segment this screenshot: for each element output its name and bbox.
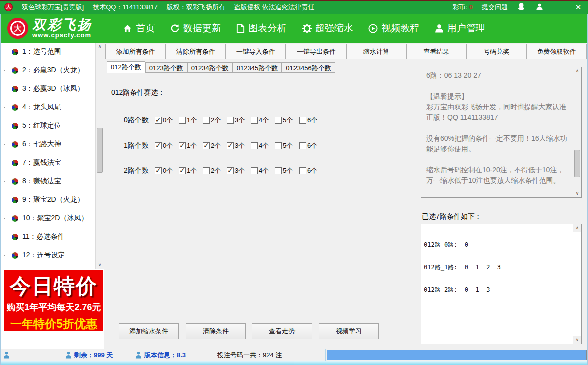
checkbox-box[interactable] — [275, 142, 282, 149]
nav-item-data-update[interactable]: 数据更新 — [170, 22, 221, 35]
sidebar-item-5[interactable]: 5：红球定位 — [4, 119, 95, 133]
checkbox-0road-6[interactable]: 6个 — [299, 116, 323, 125]
checkbox-2road-3[interactable]: 3个 — [227, 166, 251, 175]
shrink-calculate-button[interactable]: 缩水计算 — [347, 44, 407, 59]
sidebar-item-label: 3：必赢3D（冰凤） — [22, 84, 84, 93]
window-bottom-border — [0, 361, 588, 365]
checkbox-2road-5[interactable]: 5个 — [275, 166, 299, 175]
checkbox-1road-5[interactable]: 5个 — [275, 141, 299, 150]
checkbox-2road-4[interactable]: 4个 — [251, 166, 275, 175]
scrollbar-thumb[interactable] — [574, 150, 580, 177]
import-conditions-button[interactable]: 一键导入条件 — [226, 44, 286, 59]
sidebar-item-12[interactable]: 12：连号设定 — [4, 248, 95, 262]
checkbox-1road-4[interactable]: 4个 — [251, 141, 275, 150]
video-learning-button[interactable]: 视频学习 — [319, 323, 379, 339]
checkbox-box[interactable] — [251, 142, 258, 149]
view-result-button[interactable]: 查看结果 — [407, 44, 467, 59]
selected-conditions-box[interactable]: 012路_0路: 0 012路_1路: 0 1 2 3 012路_2路: 0 1… — [421, 224, 582, 344]
scroll-down-icon[interactable]: ∨ — [96, 261, 104, 269]
checkbox-0road-0[interactable]: 0个 — [155, 116, 179, 125]
sidebar-item-3[interactable]: 3：必赢3D（冰凤） — [4, 82, 95, 96]
checkbox-box[interactable] — [155, 117, 162, 124]
checkbox-box[interactable] — [155, 142, 162, 149]
checkbox-1road-0[interactable]: 0个 — [155, 141, 179, 150]
tab-012[interactable]: 012路个数 — [107, 61, 145, 73]
sidebar-item-7[interactable]: 7：赢钱法宝 — [4, 156, 95, 170]
checkbox-box[interactable] — [179, 142, 186, 149]
checkbox-box[interactable] — [275, 167, 282, 174]
sidebar-item-11[interactable]: 11：必选条件 — [4, 230, 95, 244]
sidebar-item-4[interactable]: 4：龙头凤尾 — [4, 100, 95, 114]
sidebar-item-2[interactable]: 2：必赢3D（火龙） — [4, 63, 95, 77]
checkbox-box[interactable] — [251, 167, 258, 174]
checkbox-0road-2[interactable]: 2个 — [203, 116, 227, 125]
checkbox-1road-6[interactable]: 6个 — [299, 141, 323, 150]
checkbox-box[interactable] — [227, 142, 234, 149]
nav-item-user-management[interactable]: 用户管理 — [435, 22, 485, 35]
add-all-conditions-button[interactable]: 添加所有条件 — [106, 44, 166, 59]
checkbox-0road-4[interactable]: 4个 — [251, 116, 275, 125]
pie-icon — [12, 123, 18, 129]
scroll-down-icon[interactable]: ∨ — [573, 336, 581, 344]
tab-0123[interactable]: 0123路个数 — [145, 62, 187, 73]
check-prize-button[interactable]: 号码兑奖 — [467, 44, 527, 59]
tab-0123456[interactable]: 0123456路个数 — [282, 62, 335, 73]
play-circle-icon — [368, 24, 378, 33]
checkbox-box[interactable] — [299, 142, 306, 149]
minimize-button[interactable]: — — [553, 3, 564, 11]
nav-item-home[interactable]: 首页 — [123, 22, 155, 35]
checkbox-2road-0[interactable]: 0个 — [155, 166, 179, 175]
checkbox-2road-6[interactable]: 6个 — [299, 166, 323, 175]
checkbox-2road-2[interactable]: 2个 — [203, 166, 227, 175]
scroll-up-icon[interactable]: ∧ — [573, 67, 581, 75]
promo-banner[interactable]: 今日特价 购买1年平均每天2.76元 一年特价5折优惠 — [4, 270, 103, 331]
checkbox-box[interactable] — [275, 117, 282, 124]
checkbox-box[interactable] — [203, 142, 210, 149]
scroll-up-icon[interactable]: ∧ — [573, 224, 581, 232]
checkbox-2road-1[interactable]: 1个 — [179, 166, 203, 175]
view-trend-button[interactable]: 查看走势 — [252, 323, 312, 339]
checkbox-0road-5[interactable]: 5个 — [275, 116, 299, 125]
nav-item-chart-analysis[interactable]: 图表分析 — [236, 22, 286, 35]
checkbox-box[interactable] — [179, 117, 186, 124]
checkbox-box[interactable] — [179, 167, 186, 174]
tab-012345[interactable]: 012345路个数 — [233, 62, 282, 73]
sidebar-item-10[interactable]: 10：聚宝2D（冰凤） — [4, 211, 95, 225]
sidebar-item-6[interactable]: 6：七路大神 — [4, 137, 95, 151]
scroll-down-icon[interactable]: ∨ — [573, 190, 581, 197]
selected-scrollbar[interactable]: ∧ ∨ — [573, 224, 581, 344]
nav-item-shrink[interactable]: 超强缩水 — [302, 22, 353, 35]
checkbox-box[interactable] — [203, 117, 210, 124]
scroll-up-icon[interactable]: ∧ — [96, 43, 104, 50]
submit-issue-link[interactable]: 提交问题 — [482, 3, 508, 12]
free-software-button[interactable]: 免费领取软件 — [527, 44, 586, 59]
scrollbar-thumb[interactable] — [97, 128, 103, 173]
sidebar-item-1[interactable]: 1：选号范围 — [4, 45, 95, 59]
brand-logo[interactable]: 大 双彩飞扬 www.cpscfy.com — [0, 18, 115, 39]
nav-item-video-tutorial[interactable]: 视频教程 — [368, 22, 419, 35]
checkbox-box[interactable] — [227, 117, 234, 124]
checkbox-box[interactable] — [299, 117, 306, 124]
clear-condition-button[interactable]: 清除条件 — [186, 323, 246, 339]
export-conditions-button[interactable]: 一键导出条件 — [286, 44, 346, 59]
checkbox-box[interactable] — [251, 117, 258, 124]
hint-scrollbar[interactable]: ∧ ∨ — [573, 67, 581, 197]
qq-contact-icon[interactable] — [517, 2, 526, 12]
checkbox-1road-3[interactable]: 3个 — [227, 141, 251, 150]
checkbox-box[interactable] — [227, 167, 234, 174]
checkbox-0road-3[interactable]: 3个 — [227, 116, 251, 125]
checkbox-0road-1[interactable]: 1个 — [179, 116, 203, 125]
checkbox-box[interactable] — [155, 167, 162, 174]
close-button[interactable]: ✕ — [573, 3, 584, 12]
checkbox-box[interactable] — [203, 167, 210, 174]
checkbox-1road-2[interactable]: 2个 — [203, 141, 227, 150]
sidebar-item-8[interactable]: 8：赚钱法宝 — [4, 174, 95, 188]
checkbox-box[interactable] — [299, 167, 306, 174]
add-shrink-condition-button[interactable]: 添加缩水条件 — [119, 323, 179, 339]
sidebar-item-9[interactable]: 9：聚宝2D（火龙） — [4, 193, 95, 207]
user-account-icon[interactable] — [535, 3, 544, 12]
sidebar-scrollbar[interactable]: ∧ ∨ — [95, 43, 104, 269]
checkbox-1road-1[interactable]: 1个 — [179, 141, 203, 150]
tab-01234[interactable]: 01234路个数 — [187, 62, 233, 73]
clear-all-conditions-button[interactable]: 清除所有条件 — [166, 44, 226, 59]
